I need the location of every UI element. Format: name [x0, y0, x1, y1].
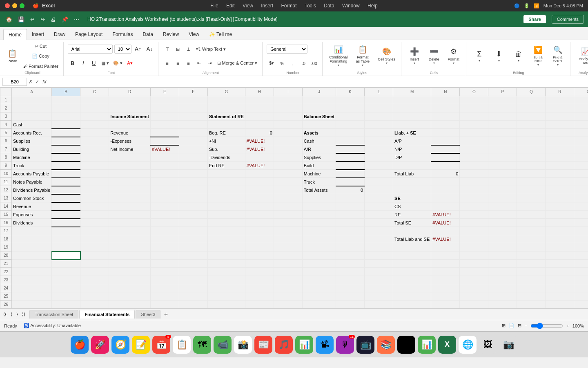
cell-n18[interactable]: #VALUE! [431, 235, 460, 243]
cell-h24[interactable] [245, 284, 274, 292]
cell-h11[interactable] [245, 178, 274, 186]
sort-filter-button[interactable]: 🔽 Sort &Filter ▾ [529, 45, 547, 68]
cell-a15[interactable]: Expenses [12, 211, 52, 219]
row-number[interactable]: 16 [0, 219, 12, 227]
cell-q20[interactable] [517, 251, 546, 260]
row-number[interactable]: 20 [0, 251, 12, 260]
dock-photos2[interactable]: 🖼 [479, 336, 497, 354]
cell-o20[interactable] [460, 251, 488, 260]
cell-a9[interactable]: Truck [12, 162, 52, 170]
cell-j14[interactable] [302, 202, 336, 211]
col-header-J[interactable]: J [302, 88, 336, 96]
cell-d12[interactable] [109, 186, 151, 194]
cell-b15[interactable] [52, 211, 80, 219]
cell-d4[interactable] [109, 121, 151, 129]
cell-f22[interactable] [179, 268, 207, 276]
cell-j11[interactable]: Truck [302, 178, 336, 186]
share-button[interactable]: Share [523, 15, 546, 23]
cell-l3[interactable] [365, 112, 393, 121]
delete-cells-button[interactable]: ➖ Delete ▾ [425, 45, 443, 68]
cell-p1[interactable] [488, 96, 517, 104]
cell-g26[interactable] [207, 301, 245, 309]
cell-a22[interactable] [12, 268, 52, 276]
increase-decimal-button[interactable]: .00 [309, 59, 319, 68]
cell-j20[interactable] [302, 251, 336, 260]
cell-g14[interactable] [207, 202, 245, 211]
cell-n1[interactable] [431, 96, 460, 104]
copy-button[interactable]: 📄 Copy [21, 52, 60, 61]
cell-r1[interactable] [546, 96, 574, 104]
cell-f15[interactable] [179, 211, 207, 219]
cell-a20[interactable] [12, 251, 52, 260]
col-header-L[interactable]: L [365, 88, 393, 96]
cell-o24[interactable] [460, 284, 488, 292]
cell-d16[interactable] [109, 219, 151, 227]
cell-h7[interactable]: #VALUE! [245, 145, 274, 153]
cell-q8[interactable] [517, 153, 546, 162]
font-size-select[interactable]: 89101112 [114, 45, 131, 54]
cell-g19[interactable] [207, 243, 245, 251]
cell-j15[interactable] [302, 211, 336, 219]
sheet-tab-sheet3[interactable]: Sheet3 [136, 310, 160, 319]
cell-a17[interactable] [12, 227, 52, 235]
cell-b20[interactable] [52, 251, 80, 260]
cell-m23[interactable] [393, 276, 431, 284]
cell-d23[interactable] [109, 276, 151, 284]
cell-b17[interactable] [52, 227, 80, 235]
cell-d21[interactable] [109, 260, 151, 268]
cell-n7[interactable] [431, 145, 460, 153]
col-header-P[interactable]: P [488, 88, 517, 96]
cell-m17[interactable] [393, 227, 431, 235]
cell-f7[interactable] [179, 145, 207, 153]
cell-h13[interactable] [245, 194, 274, 202]
cell-f4[interactable] [179, 121, 207, 129]
cell-s2[interactable] [574, 104, 588, 112]
cell-o15[interactable] [460, 211, 488, 219]
cell-i15[interactable] [274, 211, 302, 219]
cell-e26[interactable] [150, 301, 179, 309]
cell-q21[interactable] [517, 260, 546, 268]
cell-s10[interactable] [574, 170, 588, 178]
cell-m18[interactable]: Total Liab and SE [393, 235, 431, 243]
cell-k17[interactable] [336, 227, 365, 235]
cell-f18[interactable] [179, 235, 207, 243]
cell-p2[interactable] [488, 104, 517, 112]
conditional-formatting-button[interactable]: 📊 ConditionalFormatting ▾ [327, 45, 350, 68]
cell-g21[interactable] [207, 260, 245, 268]
col-header-H[interactable]: H [245, 88, 274, 96]
cell-c12[interactable] [80, 186, 109, 194]
cell-g17[interactable] [207, 227, 245, 235]
cell-o25[interactable] [460, 292, 488, 301]
cell-g2[interactable] [207, 104, 245, 112]
font-color-button[interactable]: A▾ [125, 59, 135, 68]
cell-a7[interactable]: Building [12, 145, 52, 153]
cell-k4[interactable] [336, 121, 365, 129]
cell-m2[interactable] [393, 104, 431, 112]
cell-b19[interactable] [52, 243, 80, 251]
menu-view[interactable]: View [243, 3, 253, 9]
menu-tools[interactable]: Tools [305, 3, 316, 9]
col-header-B[interactable]: B [52, 88, 80, 96]
cell-e13[interactable] [150, 194, 179, 202]
cell-b14[interactable] [52, 202, 80, 211]
cell-q17[interactable] [517, 227, 546, 235]
cell-l10[interactable] [365, 170, 393, 178]
cell-c22[interactable] [80, 268, 109, 276]
dock-news[interactable]: 📰 [254, 336, 272, 354]
dock-facetime[interactable]: 📹 [214, 336, 232, 354]
cell-e11[interactable] [150, 178, 179, 186]
cell-i5[interactable] [274, 129, 302, 137]
cell-p21[interactable] [488, 260, 517, 268]
cell-p8[interactable] [488, 153, 517, 162]
cell-e15[interactable] [150, 211, 179, 219]
cell-o3[interactable] [460, 112, 488, 121]
insert-cells-button[interactable]: ➕ Insert ▾ [405, 45, 423, 68]
tab-tell-me[interactable]: ✨ Tell me [204, 29, 237, 40]
cell-n17[interactable] [431, 227, 460, 235]
cell-g20[interactable] [207, 251, 245, 260]
cell-b22[interactable] [52, 268, 80, 276]
cell-p7[interactable] [488, 145, 517, 153]
cell-c24[interactable] [80, 284, 109, 292]
cell-m26[interactable] [393, 301, 431, 309]
cell-p26[interactable] [488, 301, 517, 309]
